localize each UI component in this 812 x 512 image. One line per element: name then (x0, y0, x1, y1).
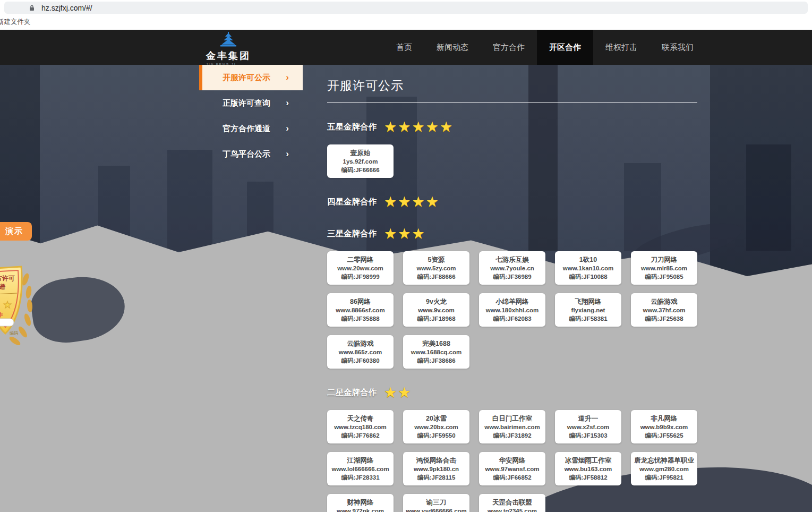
bookmark-item[interactable]: 新建文件夹 (0, 18, 31, 25)
partner-name: 86网络 (328, 297, 392, 306)
chevron-right-icon: › (286, 72, 289, 83)
partner-name: 9v火龙 (404, 297, 468, 306)
partner-card[interactable]: 天之传奇www.tzcq180.com编码:JF76862 (327, 410, 394, 443)
partner-card[interactable]: 86网络www.8866sf.com编码:JF35888 (327, 293, 394, 327)
partner-code: 编码:JF25638 (632, 314, 696, 323)
section-heading: 四星金牌合作★★★★ (327, 194, 697, 210)
partner-card[interactable]: 江湖网络www.lol666666.com编码:JF28331 (327, 452, 394, 485)
partner-card[interactable]: 20冰雪www.20bx.com编码:JF59550 (403, 410, 469, 443)
partner-code: 编码:JF98999 (328, 272, 392, 281)
partner-card[interactable]: 冰雪烟雨工作室www.bu163.com编码:JF58812 (555, 452, 621, 485)
url-text: hz.szjfxj.com/#/ (41, 4, 92, 12)
partner-card[interactable]: 5资源www.5zy.com编码:JF88666 (403, 251, 469, 285)
partner-name: 财神网络 (328, 498, 392, 507)
partner-name: 完美1688 (404, 339, 468, 348)
partner-card[interactable]: 9v火龙www.9v.com编码:JF18968 (403, 293, 469, 327)
nav-menu: 首页新闻动态官方合作开区合作维权打击联系我们 (384, 30, 706, 65)
star-rating: ★★★★ (384, 195, 439, 209)
partner-url: www.180xhhl.com (480, 306, 544, 314)
partner-name: 七游乐互娱 (480, 255, 544, 264)
partner-card[interactable]: 小绵羊网络www.180xhhl.com编码:JF62083 (479, 293, 545, 327)
partner-card[interactable]: 白日门工作室www.bairimen.com编码:JF31892 (479, 410, 545, 443)
nav-item[interactable]: 联系我们 (649, 30, 706, 65)
partner-url: 1ys.92f.com (328, 157, 392, 166)
partner-card[interactable]: 道升一www.x2sf.com编码:JF15303 (555, 410, 621, 443)
star-icon: ★ (384, 227, 397, 241)
partner-code: 编码:JF62083 (480, 314, 544, 323)
sidebar-item[interactable]: 丁鸟平台公示› (199, 141, 303, 167)
url-bar[interactable]: hz.szjfxj.com/#/ (4, 2, 808, 14)
partner-card[interactable]: 财神网络www.972pk.com编码:JF33883 (327, 494, 394, 512)
partner-card[interactable]: 二零网络www.20ww.com编码:JF98999 (327, 251, 394, 285)
partner-code: 编码:JF31892 (480, 431, 544, 440)
partner-name: 云皓游戏 (328, 339, 392, 348)
chevron-right-icon: › (286, 98, 289, 108)
partner-card[interactable]: 七游乐互娱www.7youle.cn编码:JF36989 (479, 251, 545, 285)
partner-code: 编码:JF76862 (328, 431, 392, 440)
partner-card[interactable]: 唐龙忘忧神器单职业www.gm280.com编码:JF95821 (631, 452, 697, 485)
partner-url: www.97wansf.com (480, 465, 544, 473)
partner-sections: 五星金牌合作★★★★★壹原始1ys.92f.com编码:JF66666四星金牌合… (327, 119, 697, 512)
partner-url: www.972pk.com (328, 507, 392, 512)
partner-name: 白日门工作室 (480, 414, 544, 423)
partner-code: 编码:JF88666 (404, 272, 468, 281)
sidebar-item[interactable]: 开服许可公示› (199, 65, 303, 90)
badge-text: 编码 (10, 331, 18, 336)
partner-code: 编码:JF95821 (632, 473, 696, 482)
partner-code: 编码:JF28115 (404, 473, 468, 482)
partner-card[interactable]: 云皓游戏www.37hf.com编码:JF25638 (631, 293, 697, 327)
partner-url: www.mir85.com (632, 264, 696, 272)
section-heading: 三星金牌合作★★★ (327, 226, 697, 242)
partner-url: www.lol666666.com (328, 465, 392, 473)
demo-floating-tab[interactable]: 演示 (0, 222, 32, 241)
partner-card[interactable]: 1砍10www.1kan10.com编码:JF10088 (555, 251, 621, 285)
title-underline (327, 103, 697, 103)
partner-code: 编码:JF55625 (632, 431, 696, 440)
sidebar-item-label: 丁鸟平台公示 (223, 149, 270, 159)
partner-url: www.8866sf.com (328, 306, 392, 314)
license-medal-badge: 方许可 谱 ★ 作 编码 (0, 254, 35, 358)
partner-url: www.20ww.com (328, 264, 392, 272)
nav-item[interactable]: 官方合作 (481, 30, 537, 65)
nav-item[interactable]: 开区合作 (537, 30, 593, 65)
partner-card[interactable]: 完美1688www.1688cq.com编码:JF38686 (403, 335, 469, 369)
partner-url: www.bairimen.com (480, 423, 544, 431)
sidebar-item[interactable]: 正版许可查询› (199, 90, 303, 116)
section-title: 二星金牌合作 (327, 387, 377, 398)
star-rating: ★★★ (384, 227, 425, 241)
partner-card[interactable]: 云皓游戏www.865z.com编码:JF60380 (327, 335, 394, 369)
section-heading: 五星金牌合作★★★★★ (327, 119, 697, 135)
partner-card[interactable]: 刀刀网络www.mir85.com编码:JF95085 (631, 251, 697, 285)
partner-name: 天罡合击联盟 (480, 498, 544, 507)
nav-item[interactable]: 维权打击 (593, 30, 649, 65)
partner-card-grid: 天之传奇www.tzcq180.com编码:JF7686220冰雪www.20b… (327, 410, 699, 512)
star-icon: ★ (384, 120, 397, 134)
navbar: 金丰集团 JIN FENG JI TUAN 首页新闻动态官方合作开区合作维权打击… (0, 30, 812, 65)
partner-name: 谕三刀 (404, 498, 468, 507)
sidebar-item[interactable]: 官方合作通道› (199, 116, 303, 141)
partner-card[interactable]: 壹原始1ys.92f.com编码:JF66666 (327, 144, 394, 178)
partner-card[interactable]: 飞翔网络flyxiang.net编码:JF58381 (555, 293, 621, 327)
partner-name: 冰雪烟雨工作室 (556, 456, 620, 465)
partner-card[interactable]: 鸿悦网络合击www.9pk180.cn编码:JF28115 (403, 452, 469, 485)
partner-url: www.9v.com (404, 306, 468, 314)
partner-url: www.bu163.com (556, 465, 620, 473)
badge-text: 谱 (0, 283, 5, 291)
partner-card[interactable]: 谕三刀www.ysd666666.com编码:JF95305 (403, 494, 469, 512)
sidebar-item-label: 开服许可公示 (223, 73, 270, 83)
nav-item[interactable]: 新闻动态 (424, 30, 481, 65)
partner-card[interactable]: 华安网络www.97wansf.com编码:JF66852 (479, 452, 545, 485)
star-icon: ★ (384, 386, 397, 400)
partner-name: 小绵羊网络 (480, 297, 544, 306)
star-rating: ★★★★★ (384, 120, 452, 134)
nav-item[interactable]: 首页 (384, 30, 424, 65)
partner-card[interactable]: 非凡网络www.b9b9x.com编码:JF55625 (631, 410, 697, 443)
star-icon: ★ (412, 195, 424, 209)
partner-name: 天之传奇 (328, 414, 392, 423)
partner-code: 编码:JF28331 (328, 473, 392, 482)
partner-code: 编码:JF36989 (480, 272, 544, 281)
pagoda-logo-icon (217, 32, 240, 49)
partner-card[interactable]: 天罡合击联盟www.tg2345.com编码:JF08320 (479, 494, 545, 512)
partner-url: www.865z.com (328, 348, 392, 356)
partner-code: 编码:JF66852 (480, 473, 544, 482)
